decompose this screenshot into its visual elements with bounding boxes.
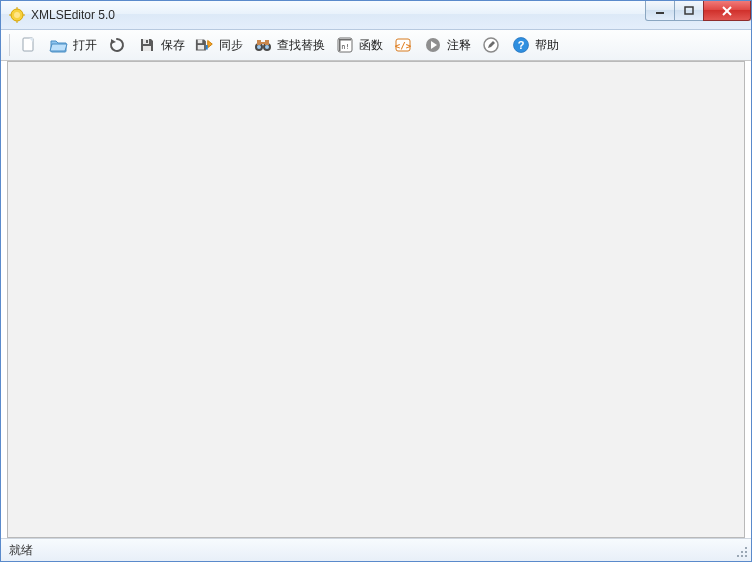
find-replace-button[interactable]: 查找替换 [248,31,330,59]
comment-play-icon [423,35,443,55]
document-icon [19,35,39,55]
function-icon: n! [335,35,355,55]
svg-rect-15 [146,40,148,43]
svg-text:?: ? [518,39,525,51]
find-replace-label: 查找替换 [277,37,325,54]
svg-rect-44 [745,547,747,549]
window-controls [646,1,751,21]
help-label: 帮助 [535,37,559,54]
folder-open-icon [49,35,69,55]
svg-rect-17 [198,45,204,50]
minimize-button[interactable] [645,1,675,21]
svg-text:</>: </> [395,41,412,51]
refresh-button[interactable] [102,31,132,59]
svg-rect-28 [339,39,351,41]
svg-rect-23 [265,40,269,45]
function-button[interactable]: n! 函数 [330,31,388,59]
resize-grip[interactable] [735,545,749,559]
new-button[interactable] [14,31,44,59]
svg-rect-19 [206,45,208,50]
sync-button[interactable]: 同步 [190,31,248,59]
statusbar: 就绪 [1,538,751,561]
toolbar-separator [9,34,10,56]
open-label: 打开 [73,37,97,54]
toolbar: 打开 保存 [1,30,751,61]
binoculars-icon [253,35,273,55]
save-label: 保存 [161,37,185,54]
refresh-icon [107,35,127,55]
comment-button[interactable]: 注释 [418,31,476,59]
maximize-icon [684,6,694,16]
sync-label: 同步 [219,37,243,54]
app-window: XMLSEditor 5.0 [0,0,752,562]
tag-button[interactable]: </> [388,31,418,59]
help-button[interactable]: ? 帮助 [506,31,564,59]
svg-marker-12 [111,39,116,44]
help-icon: ? [511,35,531,55]
svg-rect-42 [737,555,739,557]
svg-rect-22 [257,40,261,45]
svg-point-26 [265,45,269,49]
open-button[interactable]: 打开 [44,31,102,59]
svg-rect-16 [198,40,203,44]
code-tag-icon: </> [393,35,413,55]
svg-rect-29 [339,39,341,51]
editor-area[interactable] [7,61,745,538]
app-icon [9,7,25,23]
close-icon [721,6,733,16]
svg-point-25 [257,45,261,49]
save-icon [137,35,157,55]
save-sync-icon [195,35,215,55]
status-text: 就绪 [9,542,33,559]
close-button[interactable] [703,1,751,21]
svg-point-1 [14,12,20,18]
maximize-button[interactable] [674,1,704,21]
svg-rect-43 [741,551,743,553]
svg-marker-18 [208,40,213,47]
edit-button[interactable] [476,31,506,59]
pencil-circle-icon [481,35,501,55]
svg-rect-39 [745,555,747,557]
comment-label: 注释 [447,37,471,54]
svg-rect-41 [745,551,747,553]
titlebar: XMLSEditor 5.0 [1,1,751,30]
svg-rect-14 [143,46,151,51]
svg-rect-24 [261,42,265,44]
window-title: XMLSEditor 5.0 [31,8,115,22]
svg-text:n!: n! [341,43,349,51]
function-label: 函数 [359,37,383,54]
save-button[interactable]: 保存 [132,31,190,59]
minimize-icon [655,6,665,16]
svg-rect-6 [656,12,664,14]
svg-rect-7 [685,7,693,14]
svg-rect-40 [741,555,743,557]
